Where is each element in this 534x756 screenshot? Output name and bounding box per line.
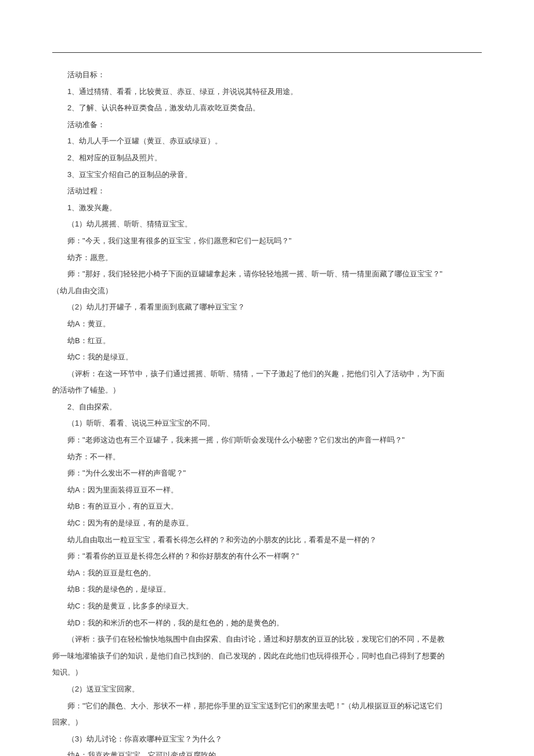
text-line: 幼C：因为有的是绿豆，有的是赤豆。 [52, 515, 482, 532]
text-line: 幼B：红豆。 [52, 333, 482, 350]
text-line: 1、幼儿人手一个豆罐（黄豆、赤豆或绿豆）。 [52, 133, 482, 150]
text-line: 2、了解、认识各种豆类食品，激发幼儿喜欢吃豆类食品。 [52, 100, 482, 117]
text-line: 师："为什么发出不一样的声音呢？" [52, 465, 482, 482]
text-line: 1、通过猜猜、看看，比较黄豆、赤豆、绿豆，并说说其特征及用途。 [52, 84, 482, 100]
text-line: 幼A：我的豆豆是红色的。 [52, 565, 482, 582]
text-line: 幼C：我的是黄豆，比多多的绿豆大。 [52, 598, 482, 615]
text-line: （评析：在这一环节中，孩子们通过摇摇、听听、猜猜，一下子激起了他们的兴趣，把他们… [52, 366, 482, 383]
text-line: 幼D：我的和米沂的也不一样的，我的是红色的，她的是黄色的。 [52, 615, 482, 632]
text-line: （幼儿自由交流） [52, 283, 482, 300]
text-line: （1）幼儿摇摇、听听、猜猜豆宝宝。 [52, 216, 482, 233]
text-line: 师："那好，我们轻轻把小椅子下面的豆罐罐拿起来，请你轻轻地摇一摇、听一听、猜一猜… [52, 266, 482, 283]
text-line: 3、豆宝宝介绍自己的豆制品的录音。 [52, 167, 482, 183]
text-line: 幼儿自由取出一粒豆宝宝，看看长得怎么样的？和旁边的小朋友的比比，看看是不是一样的… [52, 532, 482, 549]
text-line: 幼齐：不一样。 [52, 449, 482, 466]
text-line: 活动过程： [52, 183, 482, 200]
document-page: 活动目标：1、通过猜猜、看看，比较黄豆、赤豆、绿豆，并说说其特征及用途。2、了解… [0, 0, 534, 756]
text-line: （2）送豆宝宝回家。 [52, 681, 482, 698]
text-line: 幼B：我的是绿色的，是绿豆。 [52, 581, 482, 598]
text-line: 师一味地灌输孩子们的知识，是他们自己找到的、自己发现的，因此在此他们也玩得很开心… [52, 648, 482, 665]
text-line: 幼齐：愿意。 [52, 250, 482, 267]
text-line: （1）听听、看看、说说三种豆宝宝的不同。 [52, 415, 482, 432]
text-line: 的活动作了铺垫。） [52, 382, 482, 399]
text-line: 幼A：因为里面装得豆豆不一样。 [52, 482, 482, 499]
text-line: 知识。） [52, 664, 482, 681]
text-line: 幼A：黄豆。 [52, 316, 482, 333]
text-line: （3）幼儿讨论：你喜欢哪种豆宝宝？为什么？ [52, 731, 482, 748]
text-line: （评析：孩子们在轻松愉快地氛围中自由探索、自由讨论，通过和好朋友的豆豆的比较，发… [52, 631, 482, 648]
text-line: 2、自由探索。 [52, 399, 482, 416]
text-line: （2）幼儿打开罐子，看看里面到底藏了哪种豆宝宝？ [52, 299, 482, 316]
text-line: 活动目标： [52, 67, 482, 84]
text-line: 2、相对应的豆制品及照片。 [52, 150, 482, 167]
text-line: 幼C：我的是绿豆。 [52, 349, 482, 366]
text-line: 师："它们的颜色、大小、形状不一样，那把你手里的豆宝宝送到它们的家里去吧！"（幼… [52, 698, 482, 715]
document-body: 活动目标：1、通过猜猜、看看，比较黄豆、赤豆、绿豆，并说说其特征及用途。2、了解… [52, 67, 482, 756]
text-line: 回家。） [52, 714, 482, 731]
text-line: 师："看看你的豆豆是长得怎么样的？和你好朋友的有什么不一样啊？" [52, 548, 482, 565]
text-line: 活动准备： [52, 117, 482, 134]
text-line: 幼B：有的豆豆小，有的豆豆大。 [52, 498, 482, 515]
text-line: 师："老师这边也有三个豆罐子，我来摇一摇，你们听听会发现什么小秘密？它们发出的声… [52, 432, 482, 449]
text-line: 1、激发兴趣。 [52, 200, 482, 217]
top-divider [52, 52, 482, 53]
text-line: 幼A：我喜欢黄豆宝宝，它可以变成豆腐吃的。 [52, 747, 482, 756]
text-line: 师："今天，我们这里有很多的豆宝宝，你们愿意和它们一起玩吗？" [52, 233, 482, 250]
